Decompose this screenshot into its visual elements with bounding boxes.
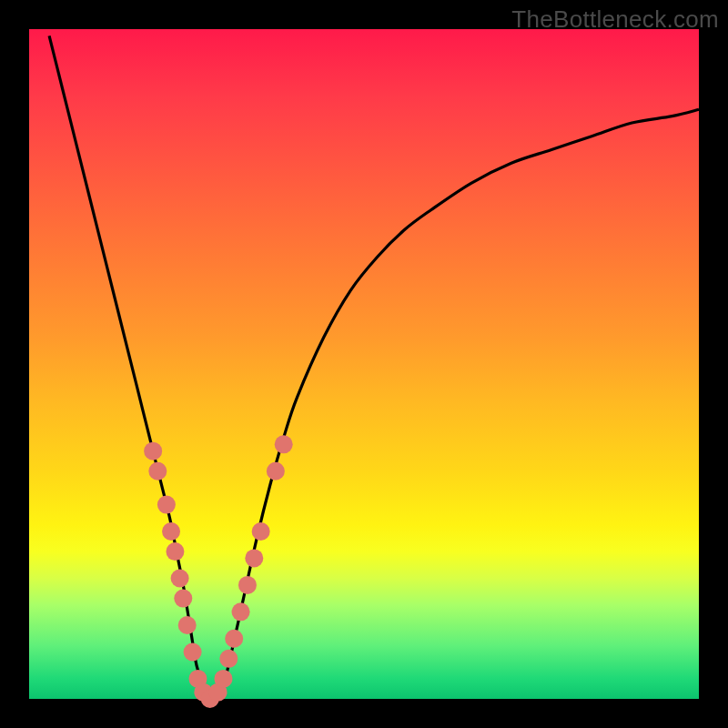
- curve-marker: [171, 570, 189, 588]
- curve-marker: [162, 522, 180, 541]
- curve-marker: [245, 549, 263, 567]
- curve-marker: [184, 642, 202, 661]
- chart-frame: TheBottleneck.com: [0, 0, 728, 728]
- curve-marker: [174, 590, 192, 608]
- plot-svg: [29, 29, 699, 699]
- curve-marker: [166, 542, 184, 561]
- curve-marker: [178, 616, 197, 634]
- watermark-text: TheBottleneck.com: [511, 5, 719, 34]
- curve-marker: [252, 522, 270, 541]
- curve-marker: [219, 650, 238, 668]
- curve-marker: [238, 576, 257, 594]
- curve-marker: [148, 462, 167, 480]
- curve-marker: [225, 630, 243, 648]
- curve-markers: [144, 435, 293, 708]
- curve-marker: [144, 442, 162, 460]
- curve-marker: [214, 670, 232, 688]
- curve-marker: [267, 462, 285, 480]
- curve-marker: [232, 602, 250, 621]
- curve-marker: [275, 435, 293, 453]
- curve-marker: [157, 496, 176, 514]
- bottleneck-curve: [49, 35, 699, 700]
